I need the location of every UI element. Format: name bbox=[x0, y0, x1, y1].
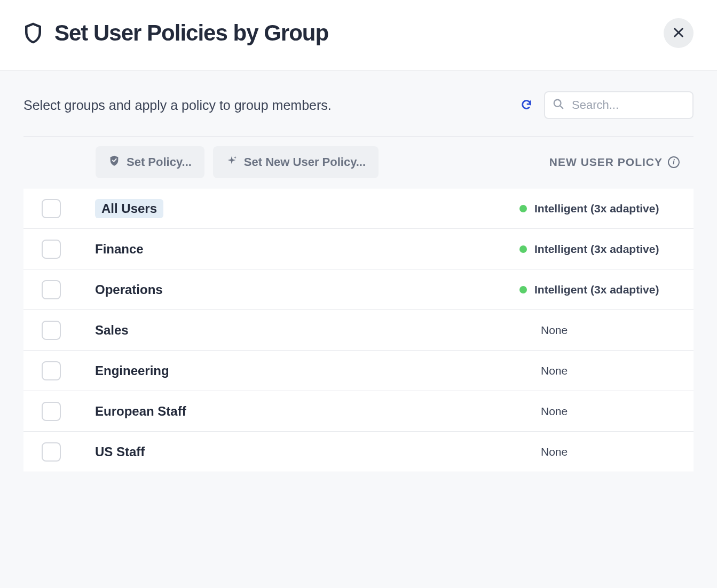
top-row: Select groups and apply a policy to grou… bbox=[23, 91, 694, 136]
policy-value: Intelligent (3x adaptive) bbox=[534, 283, 659, 296]
group-name[interactable]: Sales bbox=[95, 323, 129, 338]
close-button[interactable] bbox=[664, 18, 694, 48]
group-row: European StaffNone bbox=[23, 391, 694, 432]
header-left: Set User Policies by Group bbox=[23, 20, 328, 46]
search-icon bbox=[553, 98, 564, 112]
toolbar-right: NEW USER POLICY i bbox=[549, 156, 680, 169]
dialog-title: Set User Policies by Group bbox=[54, 20, 328, 46]
group-name[interactable]: Operations bbox=[95, 282, 163, 297]
policy-value: None bbox=[519, 446, 680, 458]
policy-value: Intelligent (3x adaptive) bbox=[534, 243, 659, 256]
group-row: SalesNone bbox=[23, 310, 694, 351]
policy-value: Intelligent (3x adaptive) bbox=[534, 202, 659, 215]
toolbar: Set Policy... Set New User Policy... NEW… bbox=[23, 137, 694, 188]
policy-value: None bbox=[519, 405, 680, 418]
new-user-policy-column-header: NEW USER POLICY bbox=[549, 156, 663, 169]
search-input[interactable] bbox=[572, 98, 717, 112]
group-checkbox[interactable] bbox=[42, 361, 61, 380]
group-name[interactable]: US Staff bbox=[95, 444, 145, 459]
policy-cell: Intelligent (3x adaptive) bbox=[519, 243, 680, 256]
group-row: US StaffNone bbox=[23, 432, 694, 472]
info-icon[interactable]: i bbox=[668, 156, 680, 168]
policy-cell: Intelligent (3x adaptive) bbox=[519, 283, 680, 296]
set-policy-button[interactable]: Set Policy... bbox=[96, 146, 204, 178]
group-checkbox[interactable] bbox=[42, 402, 61, 421]
group-checkbox[interactable] bbox=[42, 442, 61, 462]
set-new-user-policy-button[interactable]: Set New User Policy... bbox=[213, 146, 379, 178]
refresh-button[interactable] bbox=[521, 99, 532, 112]
sparkle-icon bbox=[226, 155, 238, 170]
set-policy-label: Set Policy... bbox=[127, 155, 192, 169]
group-name[interactable]: All Users bbox=[95, 199, 163, 218]
status-dot-icon bbox=[519, 205, 527, 212]
groups-table: All UsersIntelligent (3x adaptive)Financ… bbox=[23, 188, 694, 472]
subtitle: Select groups and apply a policy to grou… bbox=[23, 98, 332, 113]
shield-check-icon bbox=[108, 155, 120, 170]
group-checkbox[interactable] bbox=[42, 321, 61, 340]
group-name[interactable]: Engineering bbox=[95, 363, 169, 378]
group-row: All UsersIntelligent (3x adaptive) bbox=[23, 188, 694, 229]
top-right-controls bbox=[521, 91, 694, 119]
dialog-body: Select groups and apply a policy to grou… bbox=[0, 71, 717, 472]
set-new-user-policy-label: Set New User Policy... bbox=[244, 155, 366, 169]
close-icon bbox=[673, 27, 684, 40]
group-row: OperationsIntelligent (3x adaptive) bbox=[23, 269, 694, 310]
search-field[interactable] bbox=[544, 91, 694, 119]
group-name[interactable]: European Staff bbox=[95, 404, 186, 419]
policy-value: None bbox=[519, 324, 680, 337]
group-checkbox[interactable] bbox=[42, 240, 61, 259]
group-checkbox[interactable] bbox=[42, 199, 61, 218]
toolbar-left: Set Policy... Set New User Policy... bbox=[96, 146, 379, 178]
shield-icon bbox=[23, 22, 43, 44]
group-name[interactable]: Finance bbox=[95, 242, 144, 257]
group-row: EngineeringNone bbox=[23, 351, 694, 391]
group-checkbox[interactable] bbox=[42, 280, 61, 299]
policy-cell: Intelligent (3x adaptive) bbox=[519, 202, 680, 215]
group-row: FinanceIntelligent (3x adaptive) bbox=[23, 229, 694, 269]
refresh-icon bbox=[521, 99, 532, 112]
dialog-header: Set User Policies by Group bbox=[0, 0, 717, 71]
status-dot-icon bbox=[519, 286, 527, 293]
status-dot-icon bbox=[519, 245, 527, 253]
policy-value: None bbox=[519, 364, 680, 377]
